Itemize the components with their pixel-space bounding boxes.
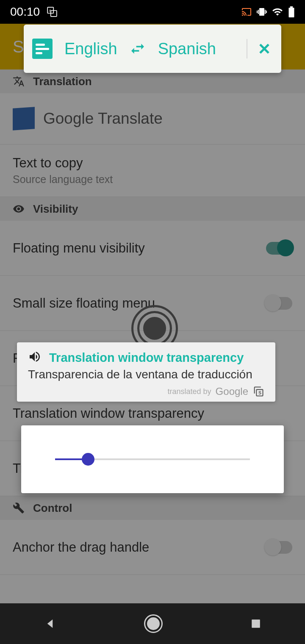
svg-text:A: A — [49, 8, 51, 13]
transparency-slider[interactable] — [55, 458, 250, 460]
svg-rect-3 — [289, 8, 294, 17]
speaker-icon — [28, 350, 42, 364]
nav-home-button[interactable] — [144, 614, 163, 633]
nav-recent-button[interactable] — [250, 618, 261, 629]
svg-rect-4 — [290, 6, 293, 8]
nav-back-button[interactable] — [44, 617, 56, 630]
speaker-button[interactable] — [28, 350, 42, 365]
navigation-bar — [0, 603, 305, 644]
source-language-button[interactable]: English — [64, 40, 117, 58]
translation-card[interactable]: Translation window transparency Transpar… — [17, 342, 275, 402]
translation-attribution: translated by Google S — [28, 386, 264, 397]
translate-bar-menu-icon[interactable] — [32, 39, 53, 59]
svg-text:S: S — [258, 390, 261, 395]
close-button[interactable] — [256, 40, 273, 57]
copy-icon[interactable]: S — [252, 386, 264, 397]
translate-notification-icon: A — [47, 6, 58, 17]
recent-icon — [250, 618, 261, 629]
divider — [247, 39, 247, 58]
vibrate-icon — [257, 7, 267, 17]
home-icon — [144, 614, 163, 633]
close-icon — [256, 40, 273, 57]
translate-bar: English Spanish — [24, 25, 281, 73]
svg-rect-7 — [252, 619, 260, 628]
swap-icon — [129, 40, 146, 57]
wifi-icon — [272, 6, 283, 17]
status-time: 00:10 — [10, 5, 40, 19]
translation-source-text: Translation window transparency — [49, 351, 244, 365]
battery-icon — [288, 6, 295, 17]
back-icon — [44, 617, 56, 630]
translation-target-text: Transparencia de la ventana de traducció… — [28, 368, 264, 381]
status-bar: 00:10 A — [0, 0, 305, 24]
slider-thumb[interactable] — [82, 453, 94, 466]
cast-icon — [241, 7, 252, 17]
transparency-slider-dialog — [21, 425, 284, 493]
target-language-button[interactable]: Spanish — [158, 40, 216, 58]
modal-backdrop[interactable] — [0, 0, 305, 644]
swap-languages-button[interactable] — [129, 40, 146, 57]
